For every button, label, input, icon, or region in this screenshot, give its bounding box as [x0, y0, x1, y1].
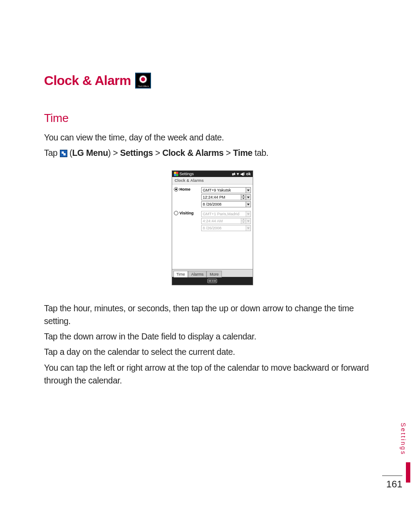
device-footer [172, 277, 253, 285]
home-radio[interactable] [174, 187, 178, 192]
visiting-time-value: 4:24:44 AM [202, 218, 241, 224]
tab-time[interactable]: Time [173, 271, 188, 277]
device-body: Home GMT+9 Yakutsk 12:24:44 PM [172, 184, 253, 269]
dropdown-icon[interactable] [246, 211, 251, 217]
time-spinner[interactable] [241, 195, 246, 200]
icon-caption: Clock & Alarm [136, 85, 150, 87]
titlebar-title: Settings [180, 172, 194, 176]
home-fields: GMT+9 Yakutsk 12:24:44 PM 8 /26/2008 [201, 187, 251, 208]
device-titlebar: Settings ⇄ ▾ ◀⁞ ok [172, 171, 253, 177]
visiting-time-field[interactable]: 4:24:44 AM [201, 218, 251, 224]
sync-icon[interactable]: ⇄ [232, 172, 236, 176]
keyboard-icon[interactable] [207, 279, 217, 283]
visiting-row: Visiting GMT+1 Paris,Madrid 4:24:44 AM [174, 211, 251, 232]
tap-prefix: Tap [44, 148, 60, 158]
sep1: > [153, 148, 162, 158]
dropdown-icon[interactable] [246, 225, 251, 231]
tab-alarms[interactable]: Alarms [188, 271, 206, 277]
visiting-timezone-value: GMT+1 Paris,Madrid [202, 211, 246, 217]
device-tabs: Time Alarms More [172, 269, 253, 277]
ok-button[interactable]: ok [246, 172, 251, 176]
lg-menu-label: LG Menu [72, 148, 108, 158]
visiting-radio[interactable] [174, 211, 178, 215]
home-timezone-field[interactable]: GMT+9 Yakutsk [201, 187, 251, 193]
sep2: > [224, 148, 233, 158]
time-step: Time [233, 148, 252, 158]
close-paren: ) > [108, 148, 120, 158]
home-timezone-value: GMT+9 Yakutsk [202, 188, 246, 193]
windows-logo-icon[interactable] [174, 172, 178, 176]
down-arrow-icon[interactable] [241, 221, 246, 224]
manual-page: Clock & Alarm Clock & Alarm Time You can… [0, 0, 420, 387]
device-screenshot-wrap: Settings ⇄ ▾ ◀⁞ ok Clock & Alarms Home [44, 170, 380, 285]
dropdown-icon[interactable] [246, 188, 251, 193]
visiting-date-field[interactable]: 8 /26/2008 [201, 225, 251, 231]
tap-path-text: Tap (LG Menu) > Settings > Clock & Alarm… [44, 147, 380, 159]
clock-alarm-icon: Clock & Alarm [135, 73, 151, 88]
titlebar-right: ⇄ ▾ ◀⁞ ok [232, 172, 251, 176]
section-title: Time [44, 111, 380, 125]
home-date-field[interactable]: 8 /26/2008 [201, 201, 251, 207]
home-date-value: 8 /26/2008 [202, 202, 246, 207]
home-radio-col: Home [174, 187, 201, 192]
tab-suffix: tab. [252, 148, 268, 158]
visiting-date-value: 8 /26/2008 [202, 225, 246, 231]
visiting-fields: GMT+1 Paris,Madrid 4:24:44 AM 8 /26/2008 [201, 211, 251, 232]
side-section-label: Settings [400, 423, 407, 456]
instruction-3: Tap a day on the calendar to select the … [44, 346, 380, 358]
device-subtitle: Clock & Alarms [172, 177, 253, 184]
down-arrow-icon[interactable] [241, 197, 246, 200]
home-row: Home GMT+9 Yakutsk 12:24:44 PM [174, 187, 251, 208]
home-label: Home [180, 187, 191, 192]
intro-text: You can view the time, day of the week a… [44, 131, 380, 144]
tab-more[interactable]: More [206, 271, 222, 277]
device-screenshot: Settings ⇄ ▾ ◀⁞ ok Clock & Alarms Home [172, 170, 253, 285]
visiting-radio-col: Visiting [174, 211, 201, 215]
home-time-field[interactable]: 12:24:44 PM [201, 194, 251, 200]
settings-step: Settings [120, 148, 153, 158]
titlebar-left: Settings [174, 172, 194, 176]
dropdown-icon[interactable] [246, 218, 251, 224]
signal-icon[interactable]: ▾ [237, 172, 239, 176]
clock-face-icon [139, 75, 147, 84]
visiting-timezone-field[interactable]: GMT+1 Paris,Madrid [201, 211, 251, 217]
instruction-1: Tap the hour, minutes, or seconds, then … [44, 302, 380, 328]
instruction-4: You can tap the left or right arrow at t… [44, 361, 380, 387]
clock-alarms-step: Clock & Alarms [162, 148, 224, 158]
page-heading: Clock & Alarm [44, 73, 131, 88]
heading-row: Clock & Alarm Clock & Alarm [44, 73, 380, 88]
visiting-label: Visiting [180, 211, 194, 215]
time-spinner[interactable] [241, 218, 246, 224]
page-number: 161 [382, 476, 402, 490]
dropdown-icon[interactable] [246, 202, 251, 207]
home-time-value: 12:24:44 PM [202, 195, 241, 200]
speaker-icon[interactable]: ◀⁞ [240, 172, 245, 176]
instruction-2: Tap the down arrow in the Date field to … [44, 330, 380, 343]
lg-menu-icon [60, 150, 67, 157]
dropdown-icon[interactable] [246, 195, 251, 200]
side-accent-bar [406, 462, 410, 483]
